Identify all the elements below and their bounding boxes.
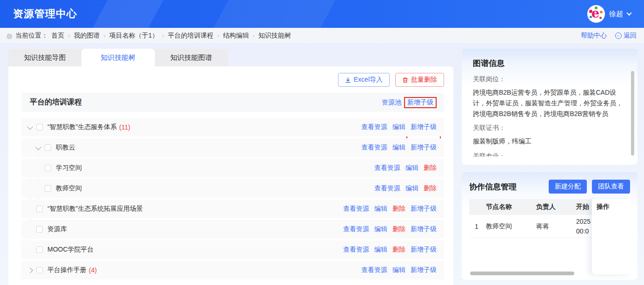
avatar[interactable]: e — [587, 5, 605, 23]
download-icon — [345, 77, 351, 83]
tree-node-label: MOOC学院平台 — [47, 246, 94, 254]
row-checkbox[interactable] — [36, 226, 43, 233]
breadcrumb-item-skill-tree[interactable]: 知识技能树 — [259, 32, 291, 40]
tree-node-label: 平台操作手册 — [47, 266, 86, 274]
back-link[interactable]: ← 返回 — [615, 32, 637, 40]
chevron-down-icon[interactable] — [35, 144, 41, 150]
tab-skill-mindmap[interactable]: 知识技能导图 — [8, 49, 81, 66]
row-checkbox[interactable] — [36, 267, 43, 273]
related-jobs-value: 跨境电商B2B运营专员，外贸跟单员，服装CAD设计，外贸单证员，服装智造生产管理… — [473, 87, 625, 119]
tree-node-label: “智慧职教”生态系统拓展应用场景 — [47, 205, 143, 213]
breadcrumb-separator: › — [103, 32, 106, 39]
view-resource-link[interactable]: 查看资源 — [361, 123, 387, 131]
add-child-link[interactable]: 新增子级 — [411, 225, 437, 233]
breadcrumb-item-my-graph[interactable]: 我的图谱 — [74, 32, 100, 40]
new-assignment-button[interactable]: 新建分配 — [549, 180, 587, 194]
breadcrumb-bar: ◎ 当前位置： 首页 › 我的图谱 › 项目名称（于1） › 平台的培训课程 ›… — [0, 28, 644, 43]
breadcrumb-separator: › — [252, 32, 255, 39]
breadcrumb-separator: › — [217, 32, 219, 39]
edit-link[interactable]: 编辑 — [374, 225, 387, 233]
resource-pool-link[interactable]: 资源池 — [382, 98, 401, 107]
app-header: 资源管理中心 e 徐超 — [0, 0, 644, 28]
row-checkbox[interactable] — [45, 165, 51, 171]
row-checkbox[interactable] — [45, 185, 51, 192]
tab-skill-graph[interactable]: 知识技能图谱 — [155, 49, 228, 66]
tree-node-label: 教师空间 — [56, 184, 82, 193]
view-resource-link[interactable]: 查看资源 — [361, 143, 387, 152]
related-major-label: 关联专业： — [473, 152, 625, 156]
edit-link[interactable]: 编辑 — [392, 143, 405, 152]
add-child-link[interactable]: 新增子级 — [411, 143, 437, 152]
tree-node-label: “智慧职教”生态服务体系 — [47, 123, 117, 131]
excel-import-button[interactable]: Excel导入 — [338, 73, 390, 87]
breadcrumb-item-structure-edit[interactable]: 结构编辑 — [223, 32, 249, 40]
edit-link[interactable]: 编辑 — [374, 246, 387, 254]
related-jobs-label: 关联岗位： — [473, 75, 625, 84]
add-child-link[interactable]: 新增子级 — [411, 205, 437, 213]
view-resource-link[interactable]: 查看资源 — [374, 164, 400, 172]
row-checkbox[interactable] — [36, 124, 43, 130]
tree-node-label: 学习空间 — [56, 164, 82, 172]
batch-delete-button[interactable]: 批量删除 — [395, 73, 444, 87]
row-checkbox[interactable] — [45, 144, 51, 151]
view-resource-link[interactable]: 查看资源 — [374, 184, 400, 193]
tree-row: 学习空间 查看资源 编辑 删除 — [21, 159, 444, 177]
toolbar: Excel导入 批量删除 — [21, 73, 444, 87]
breadcrumb-separator: › — [162, 32, 165, 39]
breadcrumb-item-course[interactable]: 平台的培训课程 — [168, 32, 213, 40]
course-title: 平台的培训课程 — [30, 97, 82, 107]
breadcrumb-item-home[interactable]: 首页 — [51, 32, 64, 40]
edit-link[interactable]: 编辑 — [392, 266, 405, 274]
user-menu[interactable]: e 徐超 — [587, 5, 631, 23]
view-resource-link[interactable]: 查看资源 — [343, 246, 369, 254]
chevron-right-icon[interactable] — [27, 267, 33, 273]
row-checkbox[interactable] — [36, 246, 43, 253]
view-resource-link[interactable]: 查看资源 — [361, 266, 387, 274]
page-title: 资源管理中心 — [13, 7, 77, 21]
node-count: (4) — [89, 266, 97, 274]
team-view-button[interactable]: 团队查看 — [592, 180, 630, 194]
tab-skill-tree[interactable]: 知识技能树 — [81, 49, 154, 66]
node-name-header: 节点名称 — [486, 203, 536, 211]
skill-tree-panel: Excel导入 批量删除 平台的培训课程 资源池 新增子级 — [8, 66, 453, 285]
delete-link[interactable]: 删除 — [424, 164, 437, 172]
delete-link[interactable]: 删除 — [392, 205, 405, 213]
course-section-bar: 平台的培训课程 资源池 新增子级 — [21, 93, 444, 112]
horizontal-scrollbar[interactable] — [470, 272, 574, 275]
vertical-scrollbar[interactable] — [631, 71, 634, 155]
back-arrow-icon: ← — [615, 32, 622, 39]
chevron-down-icon[interactable] — [27, 123, 33, 130]
tree-row: MOOC学院平台 查看资源 编辑 删除 新增子级 — [21, 240, 444, 259]
edit-link[interactable]: 编辑 — [405, 164, 418, 172]
delete-link[interactable]: 删除 — [424, 184, 437, 193]
breadcrumb-separator: › — [67, 32, 70, 39]
delete-link[interactable]: 删除 — [392, 246, 405, 254]
view-resource-link[interactable]: 查看资源 — [343, 205, 369, 213]
action-header: 操作 — [597, 203, 610, 210]
add-child-link[interactable]: 新增子级 — [411, 123, 437, 131]
help-center-link[interactable]: 帮助中心 — [581, 32, 607, 40]
tree-row: 平台操作手册 (4) 查看资源 编辑 新增子级 — [21, 261, 444, 279]
delete-link[interactable]: 删除 — [392, 225, 405, 233]
breadcrumb-label: 当前位置： — [15, 32, 48, 40]
skill-tree: “智慧职教”生态服务体系 (11) 查看资源 编辑 新增子级 职教云 查看资源 … — [21, 118, 444, 279]
row-checkbox[interactable] — [36, 206, 43, 212]
add-child-root-link[interactable]: 新增子级 — [407, 98, 433, 106]
tree-row: 资源库 查看资源 编辑 删除 新增子级 — [21, 220, 444, 239]
tree-row: “智慧职教”生态系统拓展应用场景 查看资源 编辑 删除 新增子级 — [21, 200, 444, 218]
edit-link[interactable]: 编辑 — [392, 123, 405, 131]
logo-dot — [600, 11, 603, 13]
add-child-link[interactable]: 新增子级 — [411, 266, 437, 274]
edit-link[interactable]: 编辑 — [405, 184, 418, 193]
tree-node-label: 资源库 — [47, 225, 67, 233]
tree-row: 职教云 查看资源 编辑 新增子级 — [21, 138, 444, 157]
collaboration-table: 节点名称 负责人 开始 1 教师空间 蒋蒋 2025 00:0 操作 — [469, 199, 630, 278]
logo-dot — [595, 6, 598, 9]
row-owner: 蒋蒋 — [536, 222, 576, 231]
breadcrumb-item-project[interactable]: 项目名称（于1） — [109, 32, 159, 40]
edit-link[interactable]: 编辑 — [374, 205, 387, 213]
add-child-link[interactable]: 新增子级 — [411, 246, 437, 254]
header-decor-stripe — [83, 0, 168, 28]
chevron-down-icon[interactable] — [626, 10, 631, 15]
view-resource-link[interactable]: 查看资源 — [343, 225, 369, 233]
